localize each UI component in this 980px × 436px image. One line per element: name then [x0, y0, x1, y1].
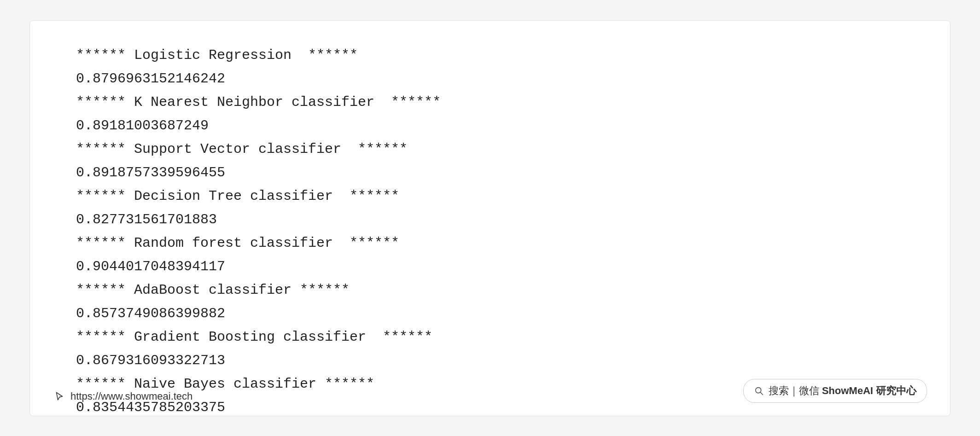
main-panel: ****** Logistic Regression ****** 0.8796… — [29, 20, 951, 416]
footer-left: https://www.showmeai.tech — [53, 390, 192, 403]
brand-name: ShowMeAI 研究中心 — [822, 385, 916, 396]
search-icon — [754, 386, 764, 396]
search-label: 搜索｜微信 ShowMeAI 研究中心 — [769, 384, 916, 398]
cursor-icon — [53, 390, 66, 403]
url-text[interactable]: https://www.showmeai.tech — [70, 390, 192, 402]
search-widget[interactable]: 搜索｜微信 ShowMeAI 研究中心 — [743, 379, 927, 403]
svg-line-1 — [760, 392, 763, 395]
code-output: ****** Logistic Regression ****** 0.8796… — [76, 44, 913, 419]
